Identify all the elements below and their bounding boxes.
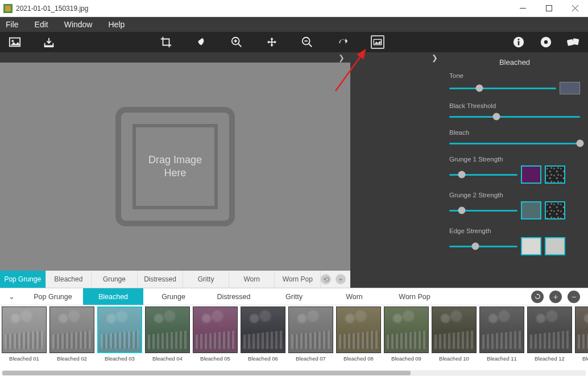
toolbar (0, 32, 588, 52)
svg-point-23 (544, 40, 548, 44)
preset-thumbnail[interactable]: Bleached 11 (479, 306, 524, 369)
grunge1-swatch[interactable] (521, 165, 541, 184)
open-image-icon[interactable] (8, 35, 22, 49)
strip-scrollbar[interactable] (2, 370, 586, 376)
thumbnail-label: Bleached 04 (152, 355, 183, 362)
thumbnail-label: Bleached 07 (296, 355, 326, 362)
grunge2-swatch[interactable] (521, 201, 541, 219)
category-tab[interactable]: Bleached (46, 271, 92, 288)
thumbnail-label: Bleached 10 (439, 355, 469, 362)
category-tab[interactable]: Worn Pop (275, 271, 321, 288)
category-tab[interactable]: Pop Grunge (23, 288, 83, 305)
grunge2-slider[interactable] (449, 206, 517, 215)
menu-help[interactable]: Help (108, 20, 125, 29)
main-area: ❯ Drag Image Here Pop GrungeBleachedGrun… (0, 52, 588, 288)
category-tab[interactable]: Worn (229, 271, 275, 288)
grunge1-texture[interactable] (545, 165, 565, 184)
grunge1-slider[interactable] (449, 170, 517, 179)
crop-icon[interactable] (159, 35, 173, 49)
add-icon[interactable]: + (336, 274, 346, 284)
filmstrip-section: ⌄ Pop GrungeBleachedGrungeDistressedGrit… (0, 288, 588, 377)
category-tab[interactable]: Worn (324, 288, 384, 305)
preset-thumbnail[interactable]: Bleached 02 (49, 306, 94, 369)
preset-thumbnail[interactable]: Bleached 05 (193, 306, 238, 369)
settings-icon[interactable] (539, 35, 553, 49)
tone-swatch[interactable] (560, 82, 580, 94)
chevron-right-icon[interactable]: ❯ (432, 53, 438, 62)
collapse-toggle[interactable]: ⌄ (0, 292, 23, 301)
menu-file[interactable]: File (6, 20, 19, 29)
category-tab[interactable]: Pop Grunge (0, 271, 46, 288)
dice-icon[interactable] (566, 35, 580, 49)
thumbnail-label: Bleached 13 (582, 355, 588, 362)
compare-icon[interactable] (371, 35, 384, 49)
grunge1-label: Grunge 1 Strength (449, 156, 580, 163)
titlebar: 2021-01-01_150319.jpg (0, 0, 588, 17)
dropzone[interactable]: Drag Image Here (115, 107, 235, 226)
save-icon[interactable] (42, 35, 56, 49)
bleach-slider[interactable] (449, 139, 580, 148)
pan-icon[interactable] (265, 35, 279, 49)
zoom-out-icon[interactable] (300, 35, 314, 49)
preset-thumbnail[interactable]: Bleached 08 (336, 306, 381, 369)
maximize-button[interactable] (536, 0, 562, 16)
canvas-body[interactable]: Drag Image Here (0, 63, 350, 271)
edge-label: Edge Strength (449, 227, 580, 234)
svg-line-10 (238, 44, 242, 47)
thumbnail-label: Bleached 11 (487, 355, 517, 362)
canvas-header: ❯ (0, 52, 350, 63)
zoom-in-icon[interactable] (230, 35, 243, 49)
preset-thumbnail[interactable]: Bleached 07 (288, 306, 333, 369)
preset-thumbnail[interactable]: Bleached 09 (384, 306, 429, 369)
preset-thumbnail[interactable]: Bleached 06 (241, 306, 285, 369)
edge-swatch[interactable] (521, 237, 541, 255)
black-threshold-slider[interactable] (449, 112, 580, 121)
remove-icon[interactable]: − (568, 291, 580, 303)
app-icon (3, 4, 13, 13)
svg-point-7 (12, 40, 14, 42)
svg-rect-25 (572, 38, 579, 45)
reset-icon[interactable] (531, 291, 544, 303)
category-tab[interactable]: Worn Pop (384, 288, 445, 305)
close-button[interactable] (562, 0, 588, 16)
tone-slider[interactable] (449, 84, 556, 93)
preset-thumbnail[interactable]: Bleached 10 (432, 306, 477, 369)
menu-window[interactable]: Window (64, 20, 93, 29)
grunge2-label: Grunge 2 Strength (449, 192, 580, 198)
svg-rect-1 (5, 6, 11, 11)
preset-thumbnail[interactable]: Bleached 13 (575, 306, 588, 369)
preset-thumbnail[interactable]: Bleached 01 (2, 306, 47, 369)
canvas-area: ❯ Drag Image Here Pop GrungeBleachedGrun… (0, 52, 350, 288)
preset-thumbnail[interactable]: Bleached 04 (145, 306, 190, 369)
sidebar: Bleached Tone Black Threshold Bleach Gru… (442, 52, 588, 288)
category-tab[interactable]: Gritty (183, 271, 229, 288)
svg-rect-21 (518, 41, 520, 45)
edge-texture[interactable] (545, 237, 565, 255)
thumbnail-label: Bleached 08 (343, 355, 374, 362)
refresh-icon[interactable]: ⟲ (321, 274, 331, 284)
sidebar-title: Bleached (449, 57, 580, 72)
grunge2-texture[interactable] (545, 201, 565, 219)
category-tab[interactable]: Grunge (92, 271, 138, 288)
info-icon[interactable] (512, 35, 525, 49)
edge-slider[interactable] (449, 242, 517, 251)
brush-icon[interactable] (194, 35, 208, 49)
add-icon[interactable]: + (549, 291, 562, 303)
thumbnail-label: Bleached 05 (200, 355, 230, 362)
category-tab[interactable]: Grunge (143, 288, 204, 305)
thumbnail-label: Bleached 12 (535, 355, 565, 362)
category-tab[interactable]: Gritty (264, 288, 324, 305)
tone-label: Tone (449, 72, 580, 79)
category-tab[interactable]: Distressed (138, 271, 184, 288)
preset-thumbnail[interactable]: Bleached 12 (527, 306, 572, 369)
thumbnail-label: Bleached 02 (57, 355, 87, 362)
minimize-button[interactable] (510, 0, 536, 16)
black-threshold-label: Black Threshold (449, 102, 580, 109)
chevron-right-icon[interactable]: ❯ (338, 53, 345, 62)
preset-thumbnail[interactable]: Bleached 03 (97, 306, 142, 369)
menu-edit[interactable]: Edit (35, 20, 48, 29)
category-tab[interactable]: Bleached (83, 288, 143, 305)
category-tab[interactable]: Distressed (204, 288, 264, 305)
thumbnail-strip: Bleached 01Bleached 02Bleached 03Bleache… (0, 305, 588, 370)
redo-icon[interactable] (336, 35, 349, 49)
